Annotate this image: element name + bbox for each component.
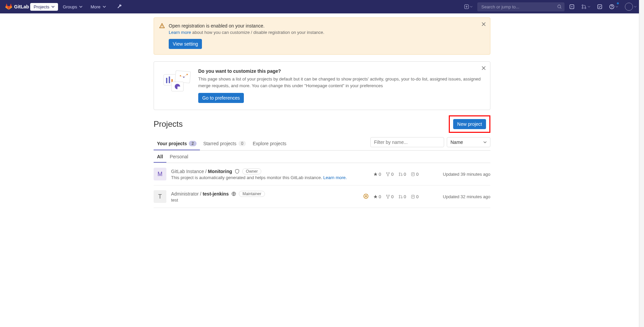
view-setting-button[interactable]: View setting <box>169 39 202 49</box>
alert-text: Learn more about how you can customize /… <box>169 30 485 35</box>
todos-shortcut-button[interactable] <box>595 3 604 11</box>
more-nav-button[interactable]: More <box>87 3 109 11</box>
gitlab-logo[interactable]: GitLab <box>5 3 29 10</box>
info-text: This page shows a list of your projects … <box>198 76 482 89</box>
project-avatar: M <box>154 168 166 180</box>
svg-point-1 <box>558 5 561 8</box>
svg-rect-12 <box>166 78 167 83</box>
new-project-button[interactable]: New project <box>453 119 486 129</box>
alert-title: Open registration is enabled on your ins… <box>169 23 485 29</box>
forks-stat[interactable]: 0 <box>386 194 393 199</box>
wrench-admin-button[interactable] <box>115 3 124 11</box>
chevron-down-icon <box>51 5 55 8</box>
alert-body: Open registration is enabled on your ins… <box>169 23 485 49</box>
svg-point-36 <box>401 197 402 198</box>
user-avatar <box>625 3 633 11</box>
tab-your-projects[interactable]: Your projects 2 <box>154 137 200 150</box>
projects-nav-label: Projects <box>34 4 49 9</box>
sort-label: Name <box>450 140 463 145</box>
merge-request-icon <box>581 4 587 9</box>
issues-stat[interactable]: 0 <box>411 194 419 199</box>
fork-icon <box>386 195 390 199</box>
subtab-personal[interactable]: Personal <box>166 151 192 163</box>
nav-right <box>462 1 639 12</box>
project-description: test <box>171 198 359 203</box>
project-name: test-jenkins <box>203 191 229 197</box>
project-avatar: T <box>154 190 166 203</box>
role-badge: Owner <box>242 168 261 174</box>
issues-stat[interactable]: 0 <box>411 172 419 177</box>
issues-icon <box>411 195 415 199</box>
close-icon <box>481 66 486 70</box>
go-to-preferences-button[interactable]: Go to preferences <box>198 93 244 103</box>
svg-rect-37 <box>411 195 414 198</box>
tab-starred-projects[interactable]: Starred projects 0 <box>200 137 250 150</box>
learn-more-link[interactable]: Learn more <box>169 30 191 35</box>
sort-dropdown[interactable]: Name <box>447 137 490 147</box>
project-description: This project is automatically generated … <box>171 175 369 180</box>
stars-stat[interactable]: 0 <box>373 172 381 177</box>
subtab-all[interactable]: All <box>154 151 166 163</box>
highlight-annotation: New project <box>449 115 490 133</box>
tab-count-badge: 2 <box>189 141 197 146</box>
close-info-card-button[interactable] <box>481 66 486 71</box>
merge-request-icon <box>398 195 403 199</box>
scrollbar-track[interactable] <box>639 0 644 212</box>
search-wrap <box>477 2 565 11</box>
issues-icon <box>569 4 575 9</box>
search-icon <box>557 4 562 9</box>
issues-shortcut-button[interactable] <box>567 3 577 11</box>
more-nav-label: More <box>91 4 101 9</box>
search-input[interactable] <box>477 2 565 11</box>
question-circle-icon <box>609 4 614 9</box>
svg-rect-26 <box>411 172 414 176</box>
info-body: Do you want to customize this page? This… <box>198 68 482 103</box>
merge-requests-shortcut-button[interactable] <box>579 3 592 11</box>
wrench-icon <box>117 4 122 9</box>
alert-text-after: about how you can customize / disable re… <box>191 30 324 35</box>
warning-triangle-icon <box>159 23 165 29</box>
project-info: Administrator / test-jenkinsMaintainerte… <box>171 191 359 203</box>
close-alert-button[interactable] <box>481 22 486 28</box>
chevron-down-icon <box>103 5 106 8</box>
svg-rect-13 <box>169 76 170 83</box>
stars-stat[interactable]: 0 <box>373 194 381 199</box>
project-desc-link[interactable]: Learn more. <box>323 175 347 180</box>
help-dropdown-button[interactable] <box>607 3 620 11</box>
svg-rect-30 <box>366 195 367 197</box>
groups-nav-label: Groups <box>63 4 77 9</box>
nav-left: GitLab Projects Groups More <box>5 3 124 11</box>
merge-requests-stat[interactable]: 0 <box>398 194 406 199</box>
project-name: Monitoring <box>208 169 232 174</box>
filter-by-name-input[interactable] <box>370 137 444 147</box>
svg-point-28 <box>364 194 368 198</box>
tab-label: Starred projects <box>203 141 236 146</box>
new-dropdown-button[interactable] <box>462 3 475 10</box>
merge-request-icon <box>398 172 403 176</box>
groups-nav-button[interactable]: Groups <box>59 3 86 11</box>
chevron-down-icon <box>470 5 473 8</box>
svg-point-9 <box>611 8 612 8</box>
project-tabs: Your projects 2 Starred projects 0 Explo… <box>154 137 490 151</box>
globe-icon <box>231 192 236 196</box>
chevron-down-icon <box>634 5 637 8</box>
project-stats: 0000 <box>373 172 419 177</box>
info-title: Do you want to customize this page? <box>198 68 482 74</box>
merge-requests-stat[interactable]: 0 <box>398 172 406 177</box>
top-navbar: GitLab Projects Groups More <box>0 0 644 13</box>
svg-point-22 <box>387 175 388 176</box>
svg-point-33 <box>387 198 388 199</box>
main-content: Open registration is enabled on your ins… <box>154 13 490 212</box>
projects-nav-button[interactable]: Projects <box>30 3 58 11</box>
project-row[interactable]: TAdministrator / test-jenkinsMaintainert… <box>154 185 490 208</box>
project-row[interactable]: MGitLab Instance / MonitoringOwnerThis p… <box>154 163 490 185</box>
svg-point-23 <box>399 172 400 173</box>
project-title: GitLab Instance / MonitoringOwner <box>171 168 369 174</box>
notification-dot <box>617 2 619 4</box>
svg-point-10 <box>162 27 162 27</box>
svg-point-32 <box>389 195 390 196</box>
user-menu-button[interactable] <box>623 1 639 12</box>
forks-stat[interactable]: 0 <box>386 172 393 177</box>
svg-point-25 <box>401 175 402 176</box>
tab-explore-projects[interactable]: Explore projects <box>249 137 289 150</box>
